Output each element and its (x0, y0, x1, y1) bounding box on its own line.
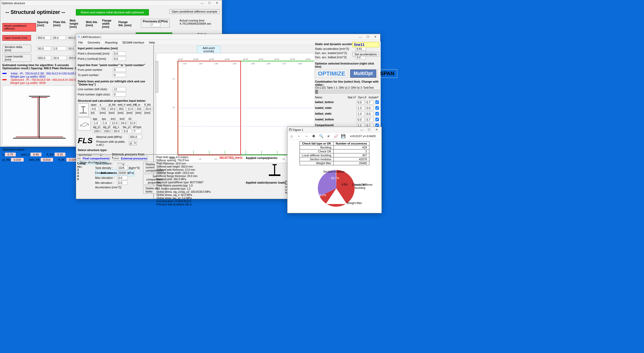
span-button[interactable]: SPAN (377, 69, 397, 78)
sig-v-0[interactable] (93, 129, 102, 133)
sig-v-3[interactable] (123, 129, 132, 133)
info-11: Global stress, sig_y1/sig_y2: 100.0/100.… (156, 190, 211, 194)
lb-spacing[interactable] (37, 56, 51, 60)
k-v-1[interactable] (102, 121, 110, 125)
props-v-4[interactable] (127, 107, 134, 111)
tcontent-dd[interactable] (117, 163, 125, 164)
c4[interactable]: 4 (77, 174, 86, 178)
props-v-1[interactable] (100, 107, 108, 111)
return-replace-button[interactable]: Return and replace initial structure wit… (76, 9, 149, 15)
ft-v-4: 26485 (333, 161, 369, 165)
props-v-6[interactable] (144, 107, 152, 111)
k-v-0[interactable] (93, 121, 101, 125)
lc-dyn-3[interactable] (365, 117, 373, 122)
lc-dyn-0[interactable] (365, 100, 373, 104)
menu-help[interactable]: Help (149, 41, 155, 44)
fig-close-icon[interactable]: ✕ (373, 127, 380, 132)
axes-icon[interactable]: 📈 (333, 133, 338, 139)
lc-chk-0[interactable] (375, 100, 379, 104)
sig-v-2[interactable] (113, 129, 122, 133)
any-min-icon[interactable]: — (357, 35, 364, 39)
c2[interactable]: 2 (77, 168, 86, 171)
back-icon[interactable]: ← (296, 133, 302, 139)
menu-geometry[interactable]: Geometry (88, 41, 100, 44)
props-v-3[interactable] (118, 107, 125, 111)
sig-v-4[interactable] (133, 129, 142, 133)
info-2: Plate thickness: 18.0 mm (156, 162, 211, 165)
home-icon[interactable]: ⌂ (289, 133, 294, 139)
processes-box: Processes (CPUs) (141, 19, 170, 28)
multiopt-button[interactable]: MultiOpt (350, 69, 376, 78)
lc-stat-1[interactable] (357, 106, 364, 110)
col-spacing: Spacing [mm] (37, 20, 52, 27)
del-title: Delete lines and points (or left/right c… (78, 80, 152, 86)
props-v-2[interactable] (109, 107, 117, 111)
ln-input[interactable] (113, 87, 126, 91)
config-icon[interactable]: ≡ (326, 133, 331, 139)
props-v-0[interactable] (91, 107, 99, 111)
c3[interactable]: 3 (77, 171, 86, 174)
tdens-u: [kg/m^3] (129, 166, 139, 169)
optimize-button[interactable]: OPTIMIZE (315, 69, 348, 78)
set-acc-button[interactable]: Set accelerations (352, 52, 379, 57)
tcontent-l: Tank content : (95, 162, 116, 165)
fig-max-icon[interactable]: ☐ (365, 127, 373, 132)
any-max-icon[interactable]: ☐ (364, 35, 371, 39)
menu-file[interactable]: File (78, 41, 83, 44)
px-input[interactable] (113, 51, 126, 56)
to-input[interactable] (113, 73, 126, 77)
save-icon[interactable]: 💾 (341, 133, 346, 139)
op-input[interactable] (117, 171, 128, 175)
d-spacing[interactable] (37, 46, 51, 51)
close-icon[interactable]: ✕ (213, 1, 221, 6)
sig-v-1[interactable] (103, 129, 112, 133)
lc-dyn-1[interactable] (365, 106, 373, 110)
info-12: Global stress, sig_x: 50.0 MPa (156, 194, 211, 197)
mat-yield-input[interactable] (129, 135, 142, 139)
ext-press-button[interactable]: ▭▭ External pressures (113, 156, 148, 161)
pn-input[interactable] (113, 92, 126, 97)
me-input[interactable] (117, 176, 128, 180)
menu-sesam[interactable]: SESAM interface (122, 41, 144, 44)
py-input[interactable] (113, 57, 126, 61)
iterate-button[interactable]: Iterate predefiened stiffeners (2, 23, 36, 31)
from-input[interactable] (113, 68, 126, 72)
optimized-key: Optimized - Pl.: 750.0x18.0 Stf.: 450.0x… (11, 78, 83, 81)
menu-reporting[interactable]: Reporting (105, 41, 118, 44)
processes-input[interactable] (150, 23, 160, 27)
lc-stat-0[interactable] (357, 100, 364, 104)
tdens-input[interactable] (117, 166, 128, 170)
find-compartments-button[interactable]: ▭ Find compartments (77, 156, 110, 161)
k-v-4[interactable] (129, 121, 137, 125)
max-icon[interactable]: ☐ (206, 1, 213, 6)
k-v-3[interactable] (120, 121, 128, 125)
ub-plate[interactable] (52, 36, 66, 40)
c5[interactable]: 5 (77, 178, 86, 181)
ov-flthk-v: 0.15 (55, 153, 65, 156)
open-example-button[interactable]: Open predefined stiffeners example (169, 9, 220, 14)
tdens-l: Tank density : (95, 166, 116, 169)
combo-slider[interactable] (315, 90, 380, 93)
min-icon[interactable]: — (198, 1, 206, 6)
any-close-icon[interactable]: ✕ (371, 35, 379, 39)
svg-text:pt.50: pt.50 (243, 58, 248, 60)
lc-chk-2[interactable] (375, 112, 379, 115)
lc-dyn-2[interactable] (365, 112, 373, 116)
k-v-2[interactable] (111, 121, 119, 125)
mi-input[interactable] (117, 181, 128, 185)
lc-chk-1[interactable] (375, 106, 379, 110)
press-side-dropdown[interactable]: p (129, 141, 137, 145)
svg-text:L2: L2 (173, 106, 175, 109)
pan-icon[interactable]: ✥ (311, 133, 316, 139)
lc-chk-3[interactable] (375, 118, 379, 121)
d-plate[interactable] (52, 46, 66, 51)
zoom-icon[interactable]: 🔍 (318, 133, 324, 139)
props-v-5[interactable] (135, 107, 143, 111)
vscroll[interactable] (155, 61, 158, 93)
lc-stat-3[interactable] (357, 117, 364, 122)
lb-plate[interactable] (52, 56, 66, 60)
fig-min-icon[interactable]: — (358, 127, 365, 132)
forward-icon[interactable]: → (304, 133, 309, 139)
ub-spacing[interactable] (36, 36, 51, 40)
lc-stat-2[interactable] (357, 112, 364, 116)
